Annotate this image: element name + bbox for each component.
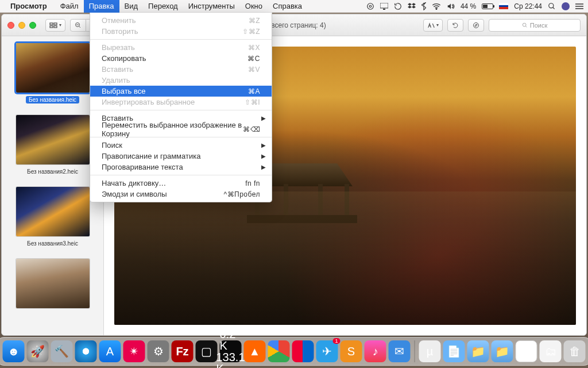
svg-line-24 (525, 26, 527, 27)
input-source-flag-icon[interactable] (499, 3, 508, 9)
thumb-image[interactable] (16, 115, 90, 164)
dock-launchpad-icon[interactable]: 🚀 (27, 340, 49, 362)
svg-point-1 (369, 5, 372, 7)
dock-netmonitor-icon[interactable]: 0.2 K133.1 K (220, 340, 242, 362)
dock-settings-icon[interactable]: ⚙ (148, 340, 169, 362)
thumb-item[interactable] (2, 259, 103, 308)
search-field[interactable]: Поиск (489, 19, 581, 32)
svg-rect-12 (50, 26, 53, 28)
menu-tools[interactable]: Инструменты (183, 0, 240, 13)
dock-safari-icon[interactable] (75, 340, 97, 362)
menu-item-label: Выбрать все (102, 87, 145, 95)
menu-item-shortcut: ⌘Z (249, 17, 260, 25)
menu-go[interactable]: Переход (143, 0, 183, 13)
bluetooth-icon[interactable] (421, 2, 426, 10)
svg-point-23 (523, 23, 526, 26)
thumb-item[interactable]: Без названия3.heic (2, 187, 103, 247)
thumb-label: Без названия3.heic (24, 240, 81, 247)
menu-file[interactable]: Файл (55, 0, 84, 13)
close-button[interactable] (7, 22, 14, 29)
dock-vlc-icon[interactable]: ▲ (244, 340, 266, 362)
dock-creative-icon[interactable]: ✴ (123, 340, 145, 362)
dock-sublime-icon[interactable]: S (341, 340, 362, 362)
dropbox-icon[interactable] (408, 3, 416, 10)
menu-item: Удалить (90, 75, 272, 86)
markup-button[interactable]: ▾ (423, 19, 443, 32)
dock-itunes-icon[interactable]: ♪ (365, 340, 386, 362)
menu-window[interactable]: Окно (240, 0, 268, 13)
svg-rect-14 (54, 26, 57, 28)
menu-item[interactable]: Правописание и грамматика▶ (90, 151, 272, 162)
dock-folder-icon[interactable]: 📁 (467, 340, 489, 362)
menu-item: Вставить⌘V (90, 64, 272, 75)
thumb-image[interactable] (16, 259, 90, 308)
traffic-lights (7, 22, 36, 29)
dock-document-icon[interactable] (516, 340, 537, 362)
dock-downloads-icon[interactable]: 📁 (492, 340, 513, 362)
dock-stack-icon[interactable]: 🗂 (540, 340, 562, 362)
svg-line-6 (553, 7, 555, 9)
dock-filezilla-icon[interactable]: Fz (172, 340, 194, 362)
display-icon[interactable] (380, 3, 388, 10)
annotate-button[interactable] (468, 19, 484, 32)
submenu-arrow-icon: ▶ (261, 115, 266, 121)
view-mode-button[interactable]: ▾ (45, 19, 65, 32)
battery-icon[interactable] (482, 3, 493, 9)
thumb-item[interactable]: Без названия2.heic (2, 115, 103, 175)
menu-item-label: Скопировать (102, 54, 146, 63)
dock-trash-icon[interactable]: 🗑 (564, 340, 586, 362)
rotate-button[interactable] (447, 19, 463, 32)
wifi-icon[interactable] (432, 3, 441, 10)
menu-item: Повторить⇧⌘Z (90, 26, 272, 37)
menu-item[interactable]: Переместить выбранное изображение в Корз… (90, 124, 272, 135)
menu-item-shortcut: fn fn (245, 179, 260, 187)
dock-hammer-icon[interactable]: 🔨 (51, 340, 73, 362)
dock-terminal-icon[interactable]: ▢ (196, 340, 218, 362)
dock-finder-icon[interactable]: ☻ (3, 340, 25, 362)
menu-item[interactable]: Выбрать все⌘A (90, 86, 272, 97)
menu-item[interactable]: Эмодзи и символы^⌘Пробел (90, 189, 272, 200)
menu-item[interactable]: Проговаривание текста▶ (90, 162, 272, 172)
submenu-arrow-icon: ▶ (261, 164, 266, 170)
dock-utorrent-icon[interactable]: µ (419, 340, 441, 362)
dock-parallels-icon[interactable] (292, 340, 314, 362)
spotlight-icon[interactable] (548, 2, 556, 10)
clock[interactable]: Ср 22:44 (514, 2, 542, 10)
menu-edit[interactable]: Правка (84, 0, 119, 13)
dock-separator (415, 340, 415, 362)
edit-menu-dropdown: Отменить⌘ZПовторить⇧⌘ZВырезать⌘XСкопиров… (90, 13, 272, 202)
menu-view[interactable]: Вид (119, 0, 144, 13)
minimize-button[interactable] (18, 22, 25, 29)
dock-chrome-icon[interactable] (268, 340, 290, 362)
menu-help[interactable]: Справка (268, 0, 307, 13)
dock-appstore-icon[interactable]: A (99, 340, 121, 362)
menu-item[interactable]: Скопировать⌘C (90, 53, 272, 64)
svg-point-4 (436, 8, 437, 9)
thumb-image[interactable] (16, 187, 90, 236)
dock-documents-icon[interactable]: 📄 (443, 340, 465, 362)
zoom-out-button[interactable] (70, 19, 86, 32)
menu-item[interactable]: Начать диктовку…fn fn (90, 178, 272, 189)
notification-center-icon[interactable] (575, 3, 583, 10)
volume-icon[interactable] (447, 3, 455, 10)
zoom-button[interactable] (29, 22, 36, 29)
menu-item-label: Проговаривание текста (102, 163, 183, 171)
menu-item-shortcut: ⇧⌘Z (242, 28, 260, 36)
battery-percent[interactable]: 44 % (461, 2, 476, 10)
dock-telegram-icon[interactable]: ✈1 (316, 340, 338, 362)
thumb-item[interactable]: Без названия.heic (2, 43, 103, 103)
thumb-label: Без названия2.heic (24, 168, 81, 175)
thumb-image[interactable] (16, 43, 90, 93)
menu-extra-icon[interactable] (366, 2, 374, 10)
telegram-badge: 1 (332, 338, 340, 344)
timemachine-icon[interactable] (394, 2, 402, 10)
menu-item[interactable]: Поиск▶ (90, 140, 272, 151)
menubar-right: 44 % Ср 22:44 (366, 2, 583, 10)
dock-mail-icon[interactable]: ✉ (389, 340, 411, 362)
siri-icon[interactable] (562, 2, 570, 10)
svg-point-5 (549, 3, 554, 7)
thumbnail-sidebar[interactable]: Без названия.heic Без названия2.heic Без… (2, 36, 104, 335)
app-name[interactable]: Просмотр (10, 2, 47, 10)
menu-item-label: Поиск (102, 141, 122, 150)
menu-item-label: Вырезать (102, 43, 135, 52)
